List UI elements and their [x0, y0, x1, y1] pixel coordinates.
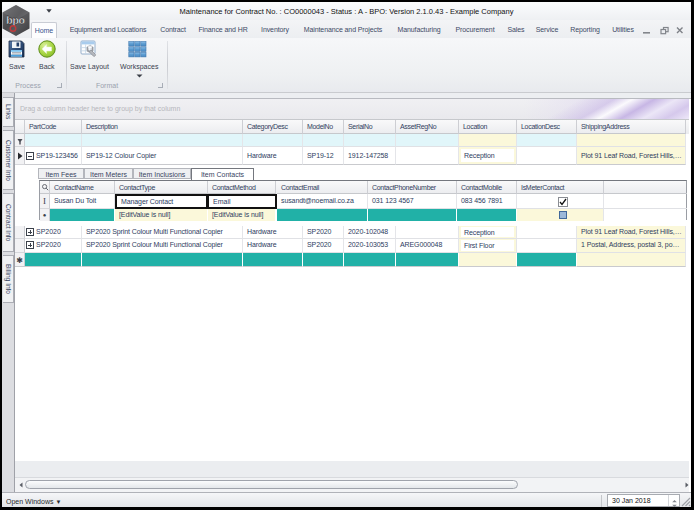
svg-text:bpo: bpo — [6, 14, 24, 26]
